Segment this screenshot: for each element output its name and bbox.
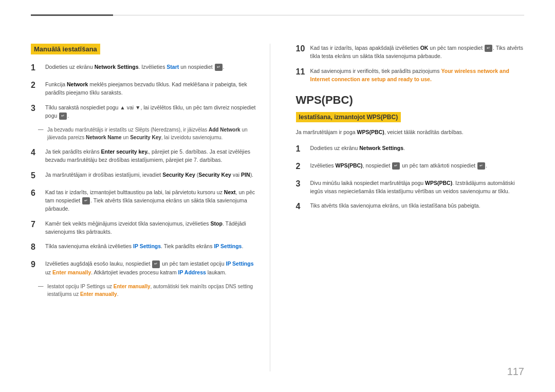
top-decorative-lines <box>31 14 524 16</box>
step-9: 9 Izvēlieties augšdaļā esošo lauku, nosp… <box>31 259 260 276</box>
step-7-number: 7 <box>31 218 45 236</box>
left-column: Manuālā iestatīšana 1 Dodieties uz ekrān… <box>31 44 270 371</box>
note-1: — Ja bezvadu maršrutētājs ir iestatīts u… <box>31 126 260 141</box>
step-11: 11 Kad savienojums ir verificēts, tiek p… <box>296 67 525 84</box>
step-5: 5 Ja maršrutētājam ir drošības iestatīju… <box>31 171 260 182</box>
step-7-content: Kamēr tiek veikts mēģinājums izveidot tī… <box>45 219 260 236</box>
step-1-number: 1 <box>31 62 45 74</box>
top-line-dark <box>31 14 113 16</box>
page-number: 117 <box>507 366 524 378</box>
content-area: Manuālā iestatīšana 1 Dodieties uz ekrān… <box>31 44 524 371</box>
step-11-number: 11 <box>296 66 310 84</box>
step-5-content: Ja maršrutētājam ir drošības iestatījumi… <box>45 171 260 182</box>
wps-step-1: 1 Dodieties uz ekrānu Network Settings. <box>296 144 525 155</box>
step-3-number: 3 <box>31 102 45 120</box>
page: Manuālā iestatīšana 1 Dodieties uz ekrān… <box>0 0 555 392</box>
wps-heading: WPS(PBC) <box>296 94 525 107</box>
wps-step-2-content: Izvēlieties WPS(PBC), nospiediet ↵ un pē… <box>310 161 525 173</box>
manual-setup-heading: Manuālā iestatīšana <box>31 44 100 54</box>
wps-step-2: 2 Izvēlieties WPS(PBC), nospiediet ↵ un … <box>296 161 525 173</box>
wps-step-1-content: Dodieties uz ekrānu Network Settings. <box>310 144 525 155</box>
note-1-content: Ja bezvadu maršrutētājs ir iestatīts uz … <box>47 126 260 141</box>
step-6-number: 6 <box>31 187 45 213</box>
step-7: 7 Kamēr tiek veikts mēģinājums izveidot … <box>31 219 260 236</box>
step-10: 10 Kad tas ir izdarīts, lapas apakšdaļā … <box>296 44 525 61</box>
wps-step-4: 4 Tiks atvērts tīkla savienojuma ekrāns,… <box>296 201 525 213</box>
wps-step-4-content: Tiks atvērts tīkla savienojuma ekrāns, u… <box>310 201 525 213</box>
step-4-content: Ja tiek parādīts ekrāns Enter security k… <box>45 147 260 164</box>
wps-step-1-number: 1 <box>296 143 310 155</box>
wps-step-3: 3 Divu minūšu laikā nospiediet maršrutēt… <box>296 179 525 196</box>
step-3: 3 Tīklu sarakstā nospiediet pogu ▲ vai ▼… <box>31 103 260 120</box>
top-line-light <box>113 15 524 15</box>
note-2-dash: — <box>38 283 47 298</box>
step-1: 1 Dodieties uz ekrānu Network Settings. … <box>31 63 260 74</box>
step-1-content: Dodieties uz ekrānu Network Settings. Iz… <box>45 63 260 74</box>
note-1-dash: — <box>38 126 47 141</box>
wps-subheading: Iestatīšana, izmantojot WPS(PBC) <box>296 112 401 122</box>
step-10-number: 10 <box>296 43 310 61</box>
step-6-content: Kad tas ir izdarīts, izmantojiet bulttau… <box>45 188 260 213</box>
wps-intro: Ja maršrutētājam ir poga WPS(PBC), veici… <box>296 128 525 137</box>
step-11-content: Kad savienojums ir verificēts, tiek parā… <box>310 67 525 84</box>
step-4: 4 Ja tiek parādīts ekrāns Enter security… <box>31 147 260 164</box>
step-2-number: 2 <box>31 79 45 97</box>
right-column: 10 Kad tas ir izdarīts, lapas apakšdaļā … <box>291 44 525 371</box>
step-2: 2 Funkcija Network meklēs pieejamos bezv… <box>31 80 260 97</box>
step-10-content: Kad tas ir izdarīts, lapas apakšdaļā izv… <box>310 44 525 61</box>
wps-step-3-number: 3 <box>296 178 310 196</box>
step-3-content: Tīklu sarakstā nospiediet pogu ▲ vai ▼, … <box>45 103 260 120</box>
step-5-number: 5 <box>31 170 45 182</box>
step-9-content: Izvēlieties augšdaļā esošo lauku, nospie… <box>45 259 260 276</box>
note-2: — Iestatot opciju IP Settings uz Enter m… <box>31 283 260 298</box>
step-9-number: 9 <box>31 258 45 276</box>
wps-step-2-number: 2 <box>296 160 310 173</box>
step-8-content: Tīkla savienojuma ekrānā izvēlieties IP … <box>45 242 260 253</box>
step-8: 8 Tīkla savienojuma ekrānā izvēlieties I… <box>31 242 260 253</box>
step-8-number: 8 <box>31 241 45 253</box>
wps-step-3-content: Divu minūšu laikā nospiediet maršrutētāj… <box>310 179 525 196</box>
step-6: 6 Kad tas ir izdarīts, izmantojiet bultt… <box>31 188 260 213</box>
note-2-content: Iestatot opciju IP Settings uz Enter man… <box>47 283 260 298</box>
wps-step-4-number: 4 <box>296 200 310 213</box>
step-2-content: Funkcija Network meklēs pieejamos bezvad… <box>45 80 260 97</box>
step-4-number: 4 <box>31 146 45 164</box>
